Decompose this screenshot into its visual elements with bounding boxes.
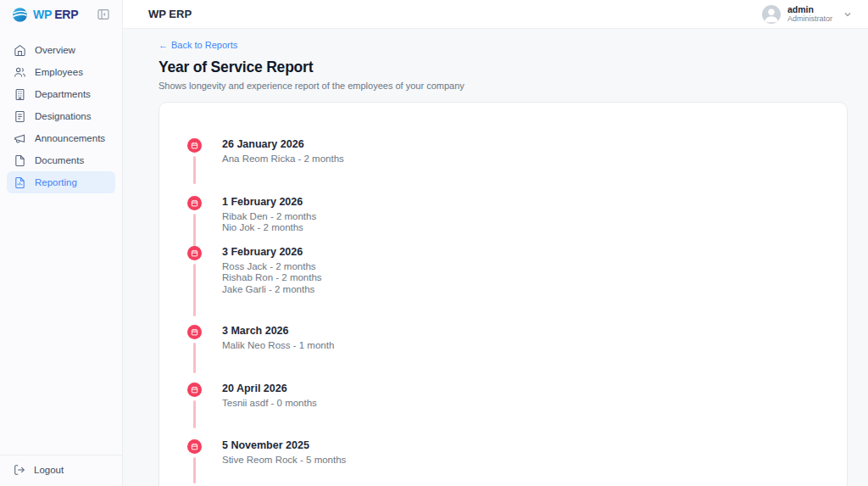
- anniversary-date: 5 November 2025: [222, 439, 847, 452]
- sidebar-item-announcements[interactable]: Announcements: [7, 127, 115, 149]
- back-arrow-icon: ←: [159, 40, 168, 50]
- timeline-entry: 26 January 2026 Ana Reom Ricka - 2 month…: [187, 138, 847, 165]
- avatar: [762, 5, 781, 24]
- anniversary-date: 3 March 2026: [222, 325, 847, 338]
- topbar-title: WP ERP: [148, 8, 192, 20]
- sidebar-item-label: Documents: [35, 155, 84, 165]
- sidebar-item-label: Departments: [35, 89, 91, 99]
- timeline-connector: [193, 400, 196, 428]
- app-window: WPERP Overview Employees Departments Des…: [0, 0, 868, 486]
- megaphone-icon: [14, 132, 26, 145]
- employee-list: Ross Jack - 2 months Rishab Ron - 2 mont…: [222, 261, 847, 296]
- sidebar-nav: Overview Employees Departments Designati…: [0, 29, 122, 193]
- sidebar-item-documents[interactable]: Documents: [7, 149, 115, 171]
- building-icon: [14, 88, 26, 101]
- employee-service-entry: Malik Neo Ross - 1 month: [222, 340, 847, 352]
- timeline-entry-content: 26 January 2026 Ana Reom Ricka - 2 month…: [222, 138, 847, 165]
- wperp-logo-icon: [12, 7, 28, 23]
- sidebar-item-label: Reporting: [35, 177, 77, 187]
- employee-list: Ana Reom Ricka - 2 months: [222, 154, 847, 165]
- employee-service-entry: Nio Jok - 2 months: [222, 222, 847, 234]
- calendar-marker-icon: [187, 439, 202, 454]
- anniversary-date: 3 February 2026: [222, 246, 847, 259]
- anniversary-date: 20 April 2026: [222, 383, 847, 395]
- employee-service-entry: Ross Jack - 2 months: [222, 261, 847, 273]
- timeline-connector: [193, 156, 196, 184]
- calendar-marker-icon: [187, 246, 202, 260]
- page-subtitle: Shows longevity and experience report of…: [159, 81, 848, 91]
- wperp-logo-text: WPERP: [33, 8, 78, 21]
- main-content: ←Back to Reports Year of Service Report …: [123, 29, 868, 486]
- employee-service-entry: Tesnii asdf - 0 months: [222, 398, 847, 410]
- timeline-entry: 5 November 2025 Stive Reom Rock - 5 mont…: [187, 439, 847, 466]
- sidebar-item-label: Overview: [35, 45, 75, 55]
- employee-service-entry: Stive Reom Rock - 5 months: [222, 455, 847, 466]
- timeline-connector: [193, 264, 196, 316]
- report-card: 26 January 2026 Ana Reom Ricka - 2 month…: [159, 102, 848, 486]
- logout-label: Logout: [34, 465, 64, 475]
- sidebar-item-departments[interactable]: Departments: [7, 83, 115, 105]
- employee-service-entry: Jake Garli - 2 months: [222, 284, 847, 296]
- timeline-entry-content: 3 March 2026 Malik Neo Ross - 1 month: [222, 325, 847, 352]
- page-title: Year of Service Report: [159, 59, 848, 76]
- sidebar-item-employees[interactable]: Employees: [7, 61, 115, 83]
- back-to-reports-link[interactable]: ←Back to Reports: [159, 40, 237, 50]
- employee-service-entry: Ribak Den - 2 months: [222, 211, 847, 223]
- anniversary-date: 26 January 2026: [222, 138, 847, 151]
- logout-icon: [14, 464, 25, 476]
- calendar-marker-icon: [187, 325, 202, 339]
- chevron-down-icon: [843, 9, 853, 20]
- timeline-entry: 3 March 2026 Malik Neo Ross - 1 month: [187, 325, 847, 352]
- user-role: Administrator: [787, 15, 832, 23]
- sidebar-collapse-icon[interactable]: [97, 8, 110, 21]
- sidebar-item-reporting[interactable]: Reporting: [7, 171, 115, 193]
- document-lines-icon: [14, 110, 26, 123]
- timeline-entry-content: 1 February 2026 Ribak Den - 2 months Nio…: [222, 196, 847, 234]
- employee-list: Tesnii asdf - 0 months: [222, 398, 847, 410]
- employee-list: Malik Neo Ross - 1 month: [222, 340, 847, 352]
- employee-list: Ribak Den - 2 months Nio Jok - 2 months: [222, 211, 847, 234]
- employee-service-entry: Ana Reom Ricka - 2 months: [222, 154, 847, 165]
- sidebar-logo-row: WPERP: [0, 0, 122, 29]
- anniversary-date: 1 February 2026: [222, 196, 847, 209]
- timeline-entry-content: 20 April 2026 Tesnii asdf - 0 months: [222, 383, 847, 410]
- logout-button[interactable]: Logout: [14, 464, 108, 476]
- sidebar-footer: Logout: [0, 455, 122, 486]
- users-icon: [14, 66, 26, 79]
- report-file-icon: [14, 176, 26, 189]
- user-text: admin Administrator: [787, 5, 832, 23]
- home-icon: [14, 44, 26, 57]
- timeline-entry-content: 3 February 2026 Ross Jack - 2 months Ris…: [222, 246, 847, 296]
- user-name: admin: [787, 5, 832, 14]
- file-icon: [14, 154, 26, 167]
- employee-list: Stive Reom Rock - 5 months: [222, 455, 847, 466]
- sidebar-item-label: Employees: [35, 67, 83, 77]
- timeline-connector: [193, 343, 196, 373]
- user-menu[interactable]: admin Administrator: [762, 5, 853, 24]
- timeline-entry: 1 February 2026 Ribak Den - 2 months Nio…: [187, 196, 847, 234]
- calendar-marker-icon: [187, 138, 202, 153]
- calendar-marker-icon: [187, 383, 202, 397]
- timeline-entry: 3 February 2026 Ross Jack - 2 months Ris…: [187, 246, 847, 296]
- sidebar-item-designations[interactable]: Designations: [7, 105, 115, 127]
- sidebar-item-overview[interactable]: Overview: [7, 39, 115, 61]
- timeline-entry: 20 April 2026 Tesnii asdf - 0 months: [187, 383, 847, 410]
- topbar: WP ERP admin Administrator: [123, 0, 868, 29]
- service-timeline: 26 January 2026 Ana Reom Ricka - 2 month…: [187, 138, 847, 466]
- right-column: WP ERP admin Administrator ←Back to Repo…: [123, 0, 868, 486]
- timeline-connector: [193, 457, 196, 483]
- sidebar-item-label: Designations: [35, 111, 91, 121]
- sidebar-item-label: Announcements: [35, 133, 105, 143]
- sidebar: WPERP Overview Employees Departments Des…: [0, 0, 123, 486]
- employee-service-entry: Rishab Ron - 2 months: [222, 272, 847, 284]
- calendar-marker-icon: [187, 196, 202, 210]
- timeline-entry-content: 5 November 2025 Stive Reom Rock - 5 mont…: [222, 439, 847, 466]
